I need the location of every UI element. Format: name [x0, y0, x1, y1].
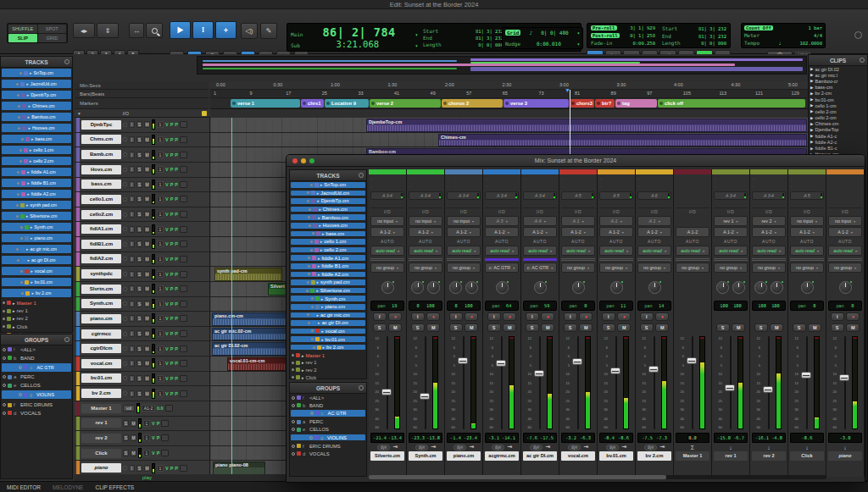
- sends-section[interactable]: ··A 5: [561, 174, 595, 208]
- input-selector[interactable]: rev 2▾: [752, 216, 786, 226]
- volume-view-toggle[interactable]: V: [165, 152, 169, 158]
- pan-view-toggle[interactable]: P: [170, 227, 174, 232]
- send-slot[interactable]: A 3-4: [409, 191, 442, 200]
- sub-counter-dropdown-icon[interactable]: ▾: [415, 43, 418, 48]
- track-name-plate[interactable]: Click: [81, 449, 121, 458]
- pan-knob[interactable]: [465, 281, 478, 294]
- automation-mode-selector[interactable]: auto read▾: [523, 246, 557, 256]
- track-controls[interactable]: fidlA2.cmISM1VPP: [75, 252, 210, 267]
- show-hide-dot-icon[interactable]: [310, 240, 313, 243]
- input-monitor-button[interactable]: I: [129, 346, 135, 352]
- volume-view-toggle[interactable]: V: [165, 361, 169, 366]
- sends-section[interactable]: [676, 174, 709, 208]
- pan-view-toggle[interactable]: P: [175, 391, 178, 396]
- bottom-tab-melodyne[interactable]: MELODYNE: [53, 484, 83, 490]
- pan-knobs[interactable]: [714, 274, 748, 301]
- show-hide-dot-icon[interactable]: [308, 265, 310, 268]
- pan-value-row[interactable]: 0100: [447, 301, 481, 311]
- show-hide-dot-icon[interactable]: [3, 301, 5, 304]
- solo-mute-row[interactable]: SM: [485, 322, 519, 333]
- pan-view-toggle[interactable]: P: [175, 227, 178, 232]
- track-controls[interactable]: bv 2.cmISM1VPP: [75, 386, 210, 401]
- fader-handle[interactable]: [534, 370, 544, 377]
- mode-slip[interactable]: SLIP: [8, 34, 37, 42]
- record-arm-button[interactable]: ●: [655, 312, 669, 321]
- mix-minimize-icon[interactable]: [301, 158, 306, 163]
- track-lane[interactable]: [210, 118, 808, 132]
- sidebar-track-item[interactable]: ▸Master 1: [290, 351, 366, 359]
- solo-button[interactable]: S: [136, 330, 142, 337]
- strip-name-plate[interactable]: rev 2: [752, 451, 786, 461]
- send-slot[interactable]: A 3-4: [523, 191, 557, 200]
- record-enable-icon[interactable]: [123, 272, 127, 276]
- timeline-marker[interactable]: btr?: [595, 99, 615, 108]
- show-hide-dot-icon[interactable]: [17, 259, 19, 262]
- pan-view-toggle[interactable]: P: [175, 301, 178, 307]
- input-record-row[interactable]: [714, 311, 748, 322]
- solo-mute-row[interactable]: SM: [409, 322, 442, 333]
- mix-horizontal-scrollbar[interactable]: [369, 475, 826, 479]
- pan-view-toggle[interactable]: P: [170, 122, 174, 127]
- send-slot-empty[interactable]: ·: [599, 184, 633, 191]
- track-name-plate[interactable]: cgtrDIcm: [81, 344, 121, 353]
- edit-mode-selector[interactable]: SHUFFLE SPOT SLIP GRID: [7, 23, 68, 43]
- pan-knobs[interactable]: [485, 274, 519, 301]
- solo-button[interactable]: S: [136, 360, 142, 367]
- sidebar-group-item[interactable]: bBAND: [290, 401, 366, 409]
- voice-selector[interactable]: 1: [157, 390, 164, 397]
- mix-zoom-icon[interactable]: [309, 158, 314, 163]
- dyn-row[interactable]: ↓: [714, 443, 748, 451]
- solo-mute-row[interactable]: SM: [714, 322, 748, 333]
- solo-button[interactable]: S: [602, 323, 615, 332]
- clips-panel-menu-icon[interactable]: [860, 58, 865, 63]
- automation-mode-button[interactable]: [180, 465, 187, 472]
- pan-value-row[interactable]: pan14: [637, 301, 671, 311]
- fader-section[interactable]: 1260510152025304060: [561, 333, 595, 433]
- automation-mode-selector[interactable]: auto read▾: [828, 246, 862, 256]
- track-controls[interactable]: fidlB1.cmISM1VPP: [75, 237, 210, 252]
- solo-button[interactable]: S: [373, 323, 387, 332]
- sidebar-track-item[interactable]: ▸DjembTp.cm: [1, 90, 72, 100]
- input-record-row[interactable]: I●: [523, 311, 557, 322]
- input-monitor-button[interactable]: I: [640, 312, 654, 321]
- track-name-plate[interactable]: bv.01.cm: [81, 373, 121, 383]
- fader-section[interactable]: 1260510152025304060: [676, 333, 709, 433]
- voice-selector[interactable]: 1: [157, 121, 164, 128]
- sidebar-track-item[interactable]: ▸DjembTp.cm: [290, 197, 366, 205]
- group-selector[interactable]: c: AC GTR▾: [523, 263, 557, 273]
- sidebar-track-item[interactable]: ▸cello 1.cm: [290, 238, 366, 246]
- volume-view-toggle[interactable]: V: [165, 376, 169, 381]
- volume-view-toggle[interactable]: V: [165, 346, 169, 351]
- automation-mode-selector[interactable]: auto read▾: [752, 246, 786, 256]
- clip-list-item[interactable]: ▶bass-cm: [809, 85, 867, 91]
- track-controls[interactable]: pianoISM1VPP: [75, 461, 210, 475]
- volume-view-toggle[interactable]: V: [165, 241, 169, 246]
- send-slot-empty[interactable]: ·: [370, 176, 404, 184]
- record-enable-icon[interactable]: [123, 376, 127, 380]
- mute-button[interactable]: M: [131, 450, 136, 456]
- pan-knobs[interactable]: [790, 274, 824, 301]
- sidebar-group-item[interactable]: aPERC: [1, 373, 72, 382]
- solo-button[interactable]: S: [136, 346, 142, 352]
- show-hide-dot-icon[interactable]: [19, 72, 22, 75]
- record-arm-button[interactable]: ●: [617, 312, 631, 321]
- show-hide-dot-icon[interactable]: [20, 270, 23, 273]
- sidebar-track-item[interactable]: ▸bv 2.cm: [1, 288, 72, 298]
- output-selector[interactable]: A 1-2▾: [599, 227, 633, 237]
- pan-value[interactable]: 19: [392, 303, 397, 308]
- track-name-plate[interactable]: rev 2: [81, 434, 121, 443]
- record-enable-icon[interactable]: [123, 197, 127, 202]
- dyn-button[interactable]: dyn: [492, 445, 504, 451]
- pan-view-toggle[interactable]: P: [170, 391, 174, 396]
- dyn-row[interactable]: dyn⇥: [409, 443, 442, 451]
- fader-section[interactable]: 1260510152025304060: [447, 333, 481, 433]
- strip-name-plate[interactable]: ac gtr DI.cm: [523, 451, 557, 461]
- show-hide-dot-icon[interactable]: [19, 160, 22, 163]
- sidebar-track-item[interactable]: ▸bass.cm: [290, 230, 366, 238]
- voice-selector[interactable]: 1: [143, 420, 150, 427]
- track-name-plate[interactable]: rev 1: [81, 418, 121, 428]
- input-record-row[interactable]: I●: [637, 311, 671, 322]
- input-selector[interactable]: rev 1▾: [714, 216, 748, 226]
- clip-list-item[interactable]: ▶cello 2-cm: [809, 115, 867, 121]
- strip-name-plate[interactable]: acgtrmc.cm: [485, 451, 519, 461]
